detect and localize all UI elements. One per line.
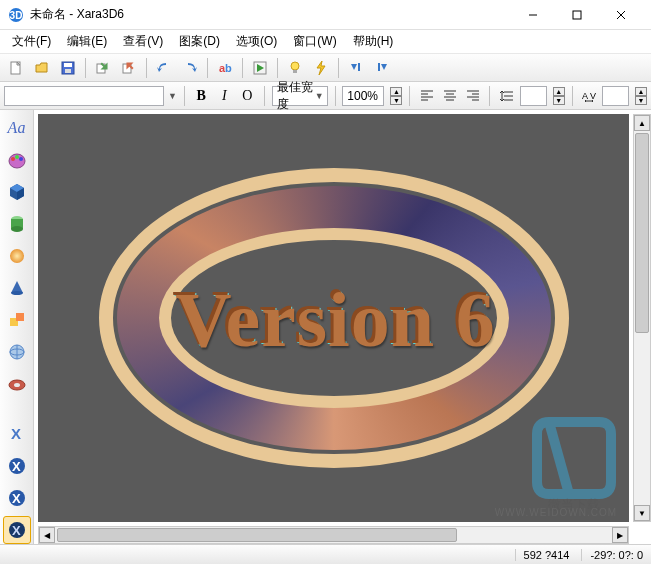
work-area: Aa X X X X Version 6 微当下载 WWW.WEIDOWN.CO… (0, 110, 651, 544)
x-tool-4[interactable]: X (3, 516, 31, 544)
menu-edit[interactable]: 编辑(E) (59, 30, 115, 53)
menu-help[interactable]: 帮助(H) (345, 30, 402, 53)
scroll-down-button[interactable]: ▼ (634, 505, 650, 521)
tracking-value[interactable] (602, 86, 629, 106)
italic-button[interactable]: I (215, 85, 234, 107)
scroll-right-button[interactable]: ▶ (612, 527, 628, 543)
main-toolbar: ab (0, 54, 651, 82)
shapes-tool[interactable] (3, 306, 31, 334)
maximize-button[interactable] (555, 0, 599, 30)
menu-file[interactable]: 文件(F) (4, 30, 59, 53)
import-button[interactable] (91, 57, 115, 79)
anim-next-button[interactable] (370, 57, 394, 79)
bulb-icon[interactable] (283, 57, 307, 79)
line-spacing-button[interactable] (497, 85, 516, 107)
svg-text:X: X (11, 425, 21, 442)
new-button[interactable] (4, 57, 28, 79)
svg-text:3D: 3D (10, 10, 23, 21)
3d-scene: Version 6 (99, 168, 569, 468)
svg-rect-46 (16, 313, 24, 321)
svg-rect-16 (293, 70, 297, 73)
zoom-select[interactable]: 100% (342, 86, 384, 106)
svg-text:X: X (12, 523, 21, 538)
minimize-button[interactable] (511, 0, 555, 30)
outline-button[interactable]: O (238, 85, 257, 107)
align-left-button[interactable] (417, 85, 436, 107)
bold-button[interactable]: B (192, 85, 211, 107)
flash-icon[interactable] (309, 57, 333, 79)
zoom-value: 100% (347, 89, 378, 103)
palette-tool[interactable] (3, 146, 31, 174)
status-bar: 592 ?414 -29?: 0?: 0 (0, 544, 651, 564)
menu-bar: 文件(F) 编辑(E) 查看(V) 图案(D) 选项(O) 窗口(W) 帮助(H… (0, 30, 651, 54)
status-coords: 592 ?414 (515, 549, 570, 561)
x-tool-2[interactable]: X (3, 452, 31, 480)
svg-point-51 (14, 383, 20, 387)
svg-text:b: b (225, 62, 232, 74)
svg-text:V: V (590, 91, 596, 101)
window-title: 未命名 - Xara3D6 (30, 6, 511, 23)
undo-button[interactable] (152, 57, 176, 79)
app-icon: 3D (8, 7, 24, 23)
menu-window[interactable]: 窗口(W) (285, 30, 344, 53)
redo-button[interactable] (178, 57, 202, 79)
text-style-tool[interactable]: Aa (3, 114, 31, 142)
svg-text:A: A (582, 91, 588, 101)
cone-tool[interactable] (3, 274, 31, 302)
svg-point-43 (10, 249, 24, 263)
line-spacing-value[interactable] (520, 86, 547, 106)
font-select[interactable] (4, 86, 164, 106)
fit-mode-label: 最佳宽度 (277, 79, 314, 113)
scroll-up-button[interactable]: ▲ (634, 115, 650, 131)
zoom-spinner[interactable]: ▲▼ (390, 87, 402, 105)
svg-point-38 (15, 155, 19, 159)
x-tool-1[interactable]: X (3, 420, 31, 448)
canvas-area: Version 6 微当下载 WWW.WEIDOWN.COM ▲ ▼ ◀ ▶ (34, 110, 651, 544)
svg-point-44 (11, 291, 23, 295)
close-button[interactable] (599, 0, 643, 30)
svg-text:X: X (12, 459, 21, 474)
svg-rect-3 (573, 11, 581, 19)
play-button[interactable] (248, 57, 272, 79)
fit-mode-select[interactable]: 最佳宽度▼ (272, 86, 328, 106)
svg-point-39 (19, 157, 23, 161)
watermark-logo: 微当下载 (529, 412, 619, 514)
watermark-url: WWW.WEIDOWN.COM (495, 507, 617, 518)
torus-tool[interactable] (3, 370, 31, 398)
svg-point-37 (11, 157, 15, 161)
globe-tool[interactable] (3, 338, 31, 366)
line-spacing-spinner[interactable]: ▲▼ (553, 87, 565, 105)
export-button[interactable] (117, 57, 141, 79)
title-bar: 3D 未命名 - Xara3D6 (0, 0, 651, 30)
svg-point-15 (291, 62, 299, 70)
tracking-button[interactable]: AV (579, 85, 598, 107)
sphere-tool[interactable] (3, 242, 31, 270)
cube-tool[interactable] (3, 178, 31, 206)
text-button[interactable]: ab (213, 57, 237, 79)
x-tool-3[interactable]: X (3, 484, 31, 512)
svg-rect-9 (65, 69, 71, 73)
open-button[interactable] (30, 57, 54, 79)
save-button[interactable] (56, 57, 80, 79)
horizontal-scrollbar[interactable]: ◀ ▶ (38, 526, 629, 544)
scroll-left-button[interactable]: ◀ (39, 527, 55, 543)
menu-options[interactable]: 选项(O) (228, 30, 285, 53)
side-toolbar: Aa X X X X (0, 110, 34, 544)
cylinder-tool[interactable] (3, 210, 31, 238)
viewport[interactable]: Version 6 微当下载 WWW.WEIDOWN.COM (38, 114, 629, 522)
svg-point-42 (11, 226, 23, 232)
anim-prev-button[interactable] (344, 57, 368, 79)
align-center-button[interactable] (440, 85, 459, 107)
svg-rect-8 (64, 63, 72, 67)
align-right-button[interactable] (463, 85, 482, 107)
svg-text:X: X (12, 491, 21, 506)
vertical-scrollbar[interactable]: ▲ ▼ (633, 114, 651, 522)
vertical-scroll-thumb[interactable] (635, 133, 649, 333)
3d-text: Version 6 (173, 273, 493, 363)
menu-view[interactable]: 查看(V) (115, 30, 171, 53)
horizontal-scroll-thumb[interactable] (57, 528, 457, 542)
menu-design[interactable]: 图案(D) (171, 30, 228, 53)
status-angle: -29?: 0?: 0 (581, 549, 643, 561)
format-toolbar: ▼ B I O 最佳宽度▼ 100% ▲▼ ▲▼ AV ▲▼ (0, 82, 651, 110)
tracking-spinner[interactable]: ▲▼ (635, 87, 647, 105)
